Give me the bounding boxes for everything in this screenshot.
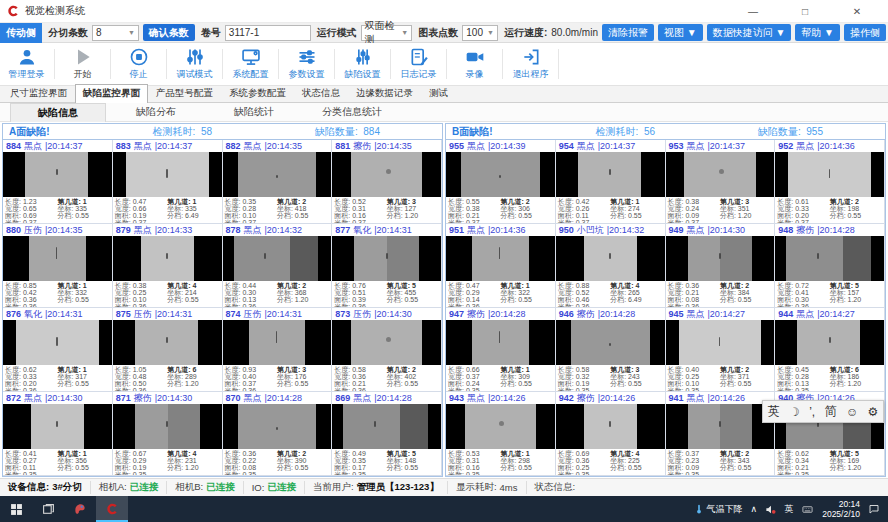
clear-alarm-button[interactable]: 清除报警 (602, 24, 654, 41)
ime-moon-icon[interactable]: ☽ (789, 405, 800, 419)
defect-card[interactable]: 872 黑点 |20:14:30 长度: 0.41 宽度: 0.27 面积: 0… (3, 392, 113, 476)
defect-card[interactable]: 942 擦伤 |20:14:26 长度: 0.69 宽度: 0.36 面积: 0… (556, 392, 666, 476)
defect-image[interactable] (113, 236, 222, 281)
defect-image[interactable] (223, 236, 332, 281)
subtab-defect-statistics[interactable]: 缺陷统计 (206, 103, 302, 121)
minimize-button[interactable]: — (746, 6, 760, 17)
defect-card[interactable]: 955 黑点 |20:14:39 长度: 0.55 宽度: 0.38 面积: 0… (446, 140, 556, 224)
defect-image[interactable] (446, 320, 555, 365)
view-menu-button[interactable]: 视图 ▼ (658, 24, 703, 41)
log-record-button[interactable]: 日志记录 (392, 43, 445, 85)
defect-image[interactable] (113, 152, 222, 197)
tab-test[interactable]: 测试 (421, 84, 456, 102)
defect-image[interactable] (3, 236, 112, 281)
defect-image[interactable] (775, 236, 884, 281)
defect-card[interactable]: 941 黑点 |20:14:26 长度: 0.37 宽度: 0.23 面积: 0… (666, 392, 776, 476)
defect-card[interactable]: 879 黑点 |20:14:33 长度: 0.38 宽度: 0.25 面积: 0… (113, 224, 223, 308)
defect-card[interactable]: 877 氧化 |20:14:31 长度: 0.76 宽度: 0.51 面积: 0… (332, 224, 442, 308)
defect-card[interactable]: 949 黑点 |20:14:30 长度: 0.36 宽度: 0.21 面积: 0… (666, 224, 776, 308)
tab-size-monitor[interactable]: 尺寸监控界面 (2, 84, 75, 102)
defect-settings-button[interactable]: 缺陷设置 (336, 43, 389, 85)
ime-language-toggle[interactable]: 英 (768, 403, 780, 420)
defect-card[interactable]: 948 擦伤 |20:14:28 长度: 0.72 宽度: 0.41 面积: 0… (775, 224, 885, 308)
debug-mode-button[interactable]: 调试模式 (168, 43, 221, 85)
weather-widget[interactable]: 气温下降 (694, 503, 743, 516)
defect-card[interactable]: 871 擦伤 |20:14:30 长度: 0.67 宽度: 0.29 面积: 0… (113, 392, 223, 476)
ime-emoji-icon[interactable]: ☺ (846, 405, 858, 419)
tray-overflow-chevron[interactable]: ∧ (751, 504, 758, 514)
defect-image[interactable] (556, 320, 665, 365)
defect-card[interactable]: 869 黑点 |20:14:28 长度: 0.49 宽度: 0.35 面积: 0… (332, 392, 442, 476)
subtab-class-info-statistics[interactable]: 分类信息统计 (304, 103, 400, 121)
subtab-defect-distribution[interactable]: 缺陷分布 (108, 103, 204, 121)
tab-system-param-config[interactable]: 系统参数配置 (221, 84, 294, 102)
tab-defect-monitor[interactable]: 缺陷监控界面 (75, 84, 148, 103)
defect-image[interactable] (556, 152, 665, 197)
defect-card[interactable]: 880 压伤 |20:14:35 长度: 0.85 宽度: 0.42 面积: 0… (3, 224, 113, 308)
defect-card[interactable]: 952 黑点 |20:14:36 长度: 0.61 宽度: 0.33 面积: 0… (775, 140, 885, 224)
defect-image[interactable] (3, 320, 112, 365)
defect-card[interactable]: 884 黑点 |20:14:37 长度: 1.23 宽度: 0.65 面积: 0… (3, 140, 113, 224)
data-shortcut-menu-button[interactable]: 数据快捷访问 ▼ (707, 24, 792, 41)
defect-image[interactable] (332, 152, 441, 197)
defect-image[interactable] (666, 152, 775, 197)
roll-number-input[interactable]: 3117-1 (225, 25, 311, 41)
defect-card[interactable]: 951 黑点 |20:14:36 长度: 0.47 宽度: 0.29 面积: 0… (446, 224, 556, 308)
defect-image[interactable] (332, 404, 441, 449)
tab-status-info[interactable]: 状态信息 (294, 84, 348, 102)
defect-card[interactable]: 882 黑点 |20:14:35 长度: 0.35 宽度: 0.28 面积: 0… (223, 140, 333, 224)
defect-image[interactable] (113, 320, 222, 365)
system-config-button[interactable]: 系统配置 (224, 43, 277, 85)
subtab-defect-info[interactable]: 缺陷信息 (10, 103, 106, 122)
defect-card[interactable]: 873 压伤 |20:14:30 长度: 0.58 宽度: 0.36 面积: 0… (332, 308, 442, 392)
defect-card[interactable]: 943 黑点 |20:14:26 长度: 0.53 宽度: 0.31 面积: 0… (446, 392, 556, 476)
action-center-icon[interactable] (868, 503, 880, 515)
run-mode-select[interactable]: 双面检测▼ (361, 25, 413, 41)
defect-image[interactable] (223, 320, 332, 365)
record-video-button[interactable]: 录像 (448, 43, 501, 85)
defect-card[interactable]: 870 黑点 |20:14:28 长度: 0.36 宽度: 0.22 面积: 0… (223, 392, 333, 476)
defect-image[interactable] (556, 236, 665, 281)
ime-charset-toggle[interactable]: 简 (825, 403, 837, 420)
taskbar-app-paint[interactable] (64, 496, 96, 522)
defect-image[interactable] (223, 152, 332, 197)
defect-card[interactable]: 878 黑点 |20:14:32 长度: 0.44 宽度: 0.30 面积: 0… (223, 224, 333, 308)
task-view-button[interactable] (32, 496, 64, 522)
defect-image[interactable] (3, 152, 112, 197)
admin-login-button[interactable]: 管理登录 (0, 43, 53, 85)
ime-punctuation-toggle[interactable]: ’, (809, 405, 815, 419)
defect-image[interactable] (332, 236, 441, 281)
defect-image[interactable] (775, 320, 884, 365)
defect-image[interactable] (3, 404, 112, 449)
start-button[interactable]: 开始 (56, 43, 109, 85)
defect-image[interactable] (666, 236, 775, 281)
defect-image[interactable] (666, 320, 775, 365)
exit-program-button[interactable]: 退出程序 (504, 43, 557, 85)
taskbar-app-detection-system[interactable] (96, 496, 128, 522)
defect-image[interactable] (446, 152, 555, 197)
defect-image[interactable] (556, 404, 665, 449)
drive-side-button[interactable]: 传动侧 (0, 23, 42, 43)
defect-image[interactable] (332, 320, 441, 365)
defect-image[interactable] (223, 404, 332, 449)
slit-count-select[interactable]: 8▼ (92, 25, 139, 41)
defect-card[interactable]: 954 黑点 |20:14:37 长度: 0.42 宽度: 0.26 面积: 0… (556, 140, 666, 224)
ime-language-indicator[interactable]: 英 (784, 503, 793, 516)
close-button[interactable]: ✕ (850, 6, 864, 17)
defect-card[interactable]: 883 黑点 |20:14:37 长度: 0.47 宽度: 0.66 面积: 0… (113, 140, 223, 224)
defect-image[interactable] (113, 404, 222, 449)
parameter-settings-button[interactable]: 参数设置 (280, 43, 333, 85)
defect-card[interactable]: 950 小凹坑 |20:14:32 长度: 0.88 宽度: 0.52 面积: … (556, 224, 666, 308)
maximize-button[interactable]: □ (798, 6, 812, 17)
defect-card[interactable]: 876 氧化 |20:14:31 长度: 0.62 宽度: 0.33 面积: 0… (3, 308, 113, 392)
defect-card[interactable]: 947 擦伤 |20:14:28 长度: 0.66 宽度: 0.37 面积: 0… (446, 308, 556, 392)
start-menu-button[interactable] (0, 496, 32, 522)
defect-image[interactable] (666, 404, 775, 449)
chart-points-select[interactable]: 100▼ (462, 25, 498, 41)
defect-card[interactable]: 946 擦伤 |20:14:28 长度: 0.58 宽度: 0.32 面积: 0… (556, 308, 666, 392)
defect-card[interactable]: 875 压伤 |20:14:31 长度: 1.05 宽度: 0.48 面积: 0… (113, 308, 223, 392)
stop-button[interactable]: 停止 (112, 43, 165, 85)
tab-edge-data-record[interactable]: 边缘数据记录 (348, 84, 421, 102)
tab-product-model-config[interactable]: 产品型号配置 (148, 84, 221, 102)
volume-icon[interactable] (765, 504, 776, 515)
